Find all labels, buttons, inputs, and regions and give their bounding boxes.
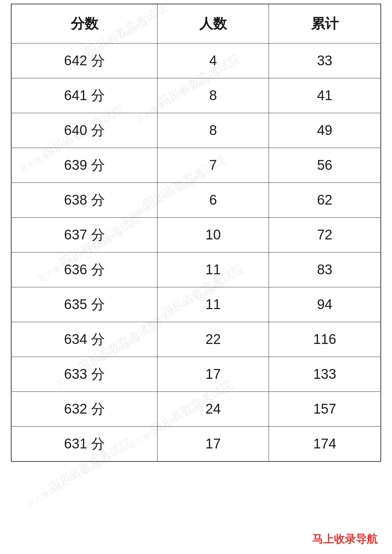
- cell-cumulative: 41: [269, 78, 381, 113]
- cell-score: 640 分: [11, 113, 158, 148]
- table-row: 632 分24157: [11, 392, 381, 427]
- cell-cumulative: 56: [269, 148, 381, 183]
- cell-score: 632 分: [11, 392, 158, 427]
- score-table-wrapper: 分数 人数 累计 642 分433641 分841640 分849639 分75…: [11, 4, 381, 462]
- cell-cumulative: 174: [269, 427, 381, 462]
- cell-count: 6: [158, 183, 269, 218]
- cell-count: 8: [158, 113, 269, 148]
- cell-score: 642 分: [11, 44, 158, 78]
- cell-score: 631 分: [11, 427, 158, 462]
- table-header-row: 分数 人数 累计: [11, 4, 381, 44]
- footer-link[interactable]: 马上收录导航: [312, 532, 377, 547]
- cell-count: 11: [158, 287, 269, 322]
- table-row: 637 分1072: [11, 218, 381, 253]
- cell-count: 17: [158, 427, 269, 462]
- cell-count: 8: [158, 78, 269, 113]
- table-row: 639 分756: [11, 148, 381, 183]
- cell-score: 639 分: [11, 148, 158, 183]
- table-row: 641 分841: [11, 78, 381, 113]
- cell-score: 634 分: [11, 322, 158, 357]
- cell-cumulative: 49: [269, 113, 381, 148]
- table-row: 635 分1194: [11, 287, 381, 322]
- cell-count: 17: [158, 357, 269, 392]
- cell-score: 638 分: [11, 183, 158, 218]
- table-row: 636 分1183: [11, 253, 381, 287]
- cell-score: 635 分: [11, 287, 158, 322]
- page-container: 四川省教育考试院 官方微信公众号：scs.jyksy 四川省教育考试院 官方微信…: [0, 0, 392, 554]
- cell-cumulative: 83: [269, 253, 381, 287]
- cell-cumulative: 116: [269, 322, 381, 357]
- cell-cumulative: 72: [269, 218, 381, 253]
- header-score: 分数: [11, 4, 158, 44]
- cell-cumulative: 62: [269, 183, 381, 218]
- cell-score: 633 分: [11, 357, 158, 392]
- cell-score: 636 分: [11, 253, 158, 287]
- cell-count: 11: [158, 253, 269, 287]
- header-cumulative: 累计: [269, 4, 381, 44]
- cell-cumulative: 157: [269, 392, 381, 427]
- cell-cumulative: 94: [269, 287, 381, 322]
- cell-count: 22: [158, 322, 269, 357]
- table-row: 634 分22116: [11, 322, 381, 357]
- cell-score: 637 分: [11, 218, 158, 253]
- table-row: 638 分662: [11, 183, 381, 218]
- table-row: 642 分433: [11, 44, 381, 78]
- cell-count: 10: [158, 218, 269, 253]
- cell-count: 4: [158, 44, 269, 78]
- cell-count: 7: [158, 148, 269, 183]
- table-row: 633 分17133: [11, 357, 381, 392]
- table-row: 631 分17174: [11, 427, 381, 462]
- score-table: 分数 人数 累计 642 分433641 分841640 分849639 分75…: [11, 4, 381, 462]
- table-row: 640 分849: [11, 113, 381, 148]
- cell-count: 24: [158, 392, 269, 427]
- cell-cumulative: 33: [269, 44, 381, 78]
- header-count: 人数: [158, 4, 269, 44]
- cell-score: 641 分: [11, 78, 158, 113]
- cell-cumulative: 133: [269, 357, 381, 392]
